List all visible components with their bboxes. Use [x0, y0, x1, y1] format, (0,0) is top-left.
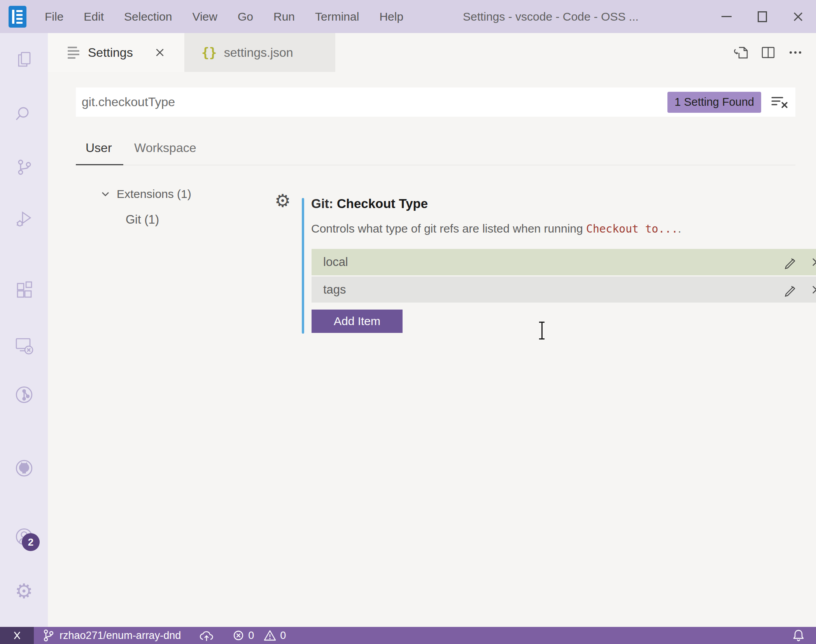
menu-edit[interactable]: Edit	[74, 0, 114, 33]
toc-git-label: Git (1)	[126, 213, 159, 226]
setting-gear-icon[interactable]: ⚙	[275, 192, 291, 210]
setting-description-code: Checkout to...	[586, 222, 678, 235]
notifications-item[interactable]	[792, 628, 805, 642]
setting-description-suffix: .	[678, 222, 681, 235]
split-editor-icon[interactable]	[760, 44, 776, 61]
json-braces-icon: {}	[201, 45, 217, 60]
remove-item-icon[interactable]	[811, 256, 816, 268]
close-window-button[interactable]	[780, 0, 816, 33]
setting-description: Controls what type of git refs are liste…	[311, 222, 681, 235]
toc-extensions[interactable]: Extensions (1)	[100, 187, 191, 201]
warning-count: 0	[280, 630, 286, 642]
tab-settings-json-label: settings.json	[224, 46, 293, 60]
problems-errors-item[interactable]: 0	[232, 629, 254, 642]
text-cursor	[538, 322, 546, 340]
activity-bar: 2 ⚙	[0, 33, 48, 627]
menu-terminal[interactable]: Terminal	[305, 0, 369, 33]
status-bar: rzhao271/enum-array-dnd 0 0	[0, 627, 816, 644]
maximize-button[interactable]	[744, 0, 780, 33]
setting-count-badge: 1 Setting Found	[667, 92, 761, 113]
editor-actions	[733, 33, 816, 72]
more-actions-icon[interactable]	[787, 44, 804, 61]
warning-icon	[263, 629, 277, 642]
main-area: 2 ⚙ Settings {} settings.json	[0, 33, 816, 627]
github-icon[interactable]	[14, 458, 34, 478]
editor-area: Settings {} settings.json	[48, 33, 816, 627]
item-actions	[783, 255, 816, 269]
close-icon	[792, 11, 804, 23]
menu-bar: File Edit Selection View Go Run Terminal…	[35, 0, 413, 33]
cloud-upload-icon	[199, 629, 214, 642]
close-icon	[155, 47, 165, 58]
setting-description-text: Controls what type of git refs are liste…	[311, 222, 586, 235]
extensions-icon[interactable]	[14, 280, 34, 300]
settings-gear-icon[interactable]: ⚙	[14, 581, 34, 601]
scope-active-underline	[76, 164, 123, 165]
explorer-icon[interactable]	[14, 49, 34, 69]
window-title: Settings - vscode - Code - OSS ...	[463, 10, 639, 23]
title-bar: File Edit Selection View Go Run Terminal…	[0, 0, 816, 33]
sync-changes-item[interactable]	[199, 629, 214, 642]
menu-view[interactable]: View	[182, 0, 227, 33]
git-graph-icon[interactable]	[14, 385, 34, 405]
remote-icon	[11, 630, 23, 641]
problems-warnings-item[interactable]: 0	[263, 629, 286, 642]
menu-run[interactable]: Run	[263, 0, 305, 33]
minimize-button[interactable]	[709, 0, 744, 33]
app-logo-icon	[9, 6, 26, 28]
tab-close-button[interactable]	[155, 47, 165, 58]
scope-tab-user[interactable]: User	[86, 141, 112, 155]
scope-divider	[76, 165, 795, 165]
error-count: 0	[248, 630, 254, 642]
edit-item-icon[interactable]	[783, 255, 797, 269]
branch-icon	[43, 629, 54, 642]
item-value: local	[323, 255, 348, 269]
source-control-icon[interactable]	[14, 157, 34, 177]
toc-extensions-label: Extensions (1)	[117, 187, 191, 201]
menu-selection[interactable]: Selection	[114, 0, 182, 33]
scope-tab-workspace[interactable]: Workspace	[134, 141, 196, 155]
list-item[interactable]: local	[312, 249, 816, 275]
toc-git[interactable]: Git (1)	[126, 213, 159, 227]
setting-name: Checkout Type	[337, 196, 428, 211]
setting-title: Git: Checkout Type	[311, 196, 428, 211]
remote-explorer-icon[interactable]	[14, 335, 34, 355]
list-item[interactable]: tags	[312, 276, 816, 303]
clear-filters-icon[interactable]	[770, 94, 788, 110]
item-value: tags	[323, 283, 346, 297]
setting-category: Git:	[311, 196, 337, 211]
tab-bar: Settings {} settings.json	[48, 33, 816, 72]
menu-file[interactable]: File	[35, 0, 74, 33]
menu-help[interactable]: Help	[369, 0, 413, 33]
error-icon	[232, 629, 245, 642]
menu-go[interactable]: Go	[228, 0, 263, 33]
run-debug-icon[interactable]	[14, 208, 34, 229]
tab-settings-label: Settings	[88, 46, 133, 60]
tab-settings[interactable]: Settings	[48, 33, 184, 72]
branch-status-item[interactable]: rzhao271/enum-array-dnd	[43, 629, 181, 642]
open-settings-json-icon[interactable]	[733, 44, 749, 61]
remote-indicator[interactable]	[0, 627, 34, 644]
item-actions	[783, 283, 816, 297]
window-controls	[709, 0, 816, 33]
remove-item-icon[interactable]	[811, 284, 816, 296]
bell-icon	[792, 628, 805, 642]
chevron-down-icon	[100, 189, 110, 199]
settings-editor-icon	[68, 47, 79, 59]
settings-search-input[interactable]: git.checkoutType 1 Setting Found	[76, 88, 795, 117]
add-item-button[interactable]: Add Item	[312, 310, 403, 333]
setting-item-list: local tags	[312, 249, 816, 303]
modified-setting-indicator	[302, 198, 304, 334]
edit-item-icon[interactable]	[783, 283, 797, 297]
branch-name: rzhao271/enum-array-dnd	[60, 630, 181, 642]
search-value: git.checkoutType	[82, 95, 175, 109]
tab-settings-json[interactable]: {} settings.json	[184, 33, 335, 72]
search-icon[interactable]	[14, 103, 34, 124]
accounts-badge: 2	[22, 533, 40, 551]
